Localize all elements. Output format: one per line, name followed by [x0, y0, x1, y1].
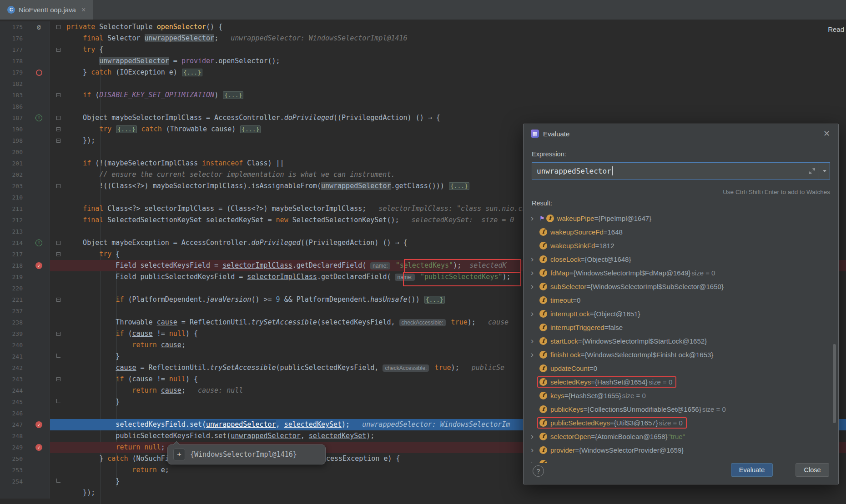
variable-row[interactable]: ›finterruptLock = {Object@1651} [527, 307, 834, 320]
variable-row[interactable]: ›fselectorOpen = {AtomicBoolean@1658} "t… [527, 429, 834, 443]
fold-marker[interactable] [56, 184, 60, 188]
evaluate-button[interactable]: Evaluate [731, 463, 773, 477]
expand-chevron-icon[interactable]: › [527, 348, 537, 361]
breakpoint-verified-icon[interactable]: ✓ [35, 444, 42, 451]
fold-marker[interactable] [56, 252, 60, 256]
line-number: 176 [0, 33, 28, 44]
variable-row[interactable]: ftimeout = 0 [527, 293, 834, 307]
variable-name: keys [550, 392, 564, 399]
code-line[interactable]: 182 [0, 78, 846, 90]
variable-row[interactable]: finterruptTriggered = false [527, 320, 834, 334]
expand-chevron-icon[interactable]: › [527, 252, 537, 266]
tab-close-icon[interactable]: × [81, 6, 86, 14]
fold-marker[interactable] [56, 93, 60, 97]
variable-content: fcloseLock = {Object@1648} [537, 254, 635, 265]
breakpoint-verified-icon[interactable]: ✓ [35, 262, 42, 269]
code-line[interactable]: 176 final Selector unwrappedSelector; un… [0, 33, 846, 44]
variable-row[interactable]: ›fcloseLock = {Object@1648} [527, 252, 834, 266]
expression-input[interactable]: unwrappedSelector [532, 162, 830, 180]
variable-row[interactable]: ›fsubSelector = {WindowsSelectorImpl$Sub… [527, 279, 834, 293]
expand-editor-icon[interactable] [805, 168, 819, 175]
expand-chevron-icon[interactable]: › [527, 457, 537, 463]
tree-scrollbar[interactable] [833, 344, 836, 423]
gutter-icon-cell [28, 101, 50, 112]
field-icon: f [539, 296, 547, 304]
breakpoint-muted-icon[interactable] [36, 70, 42, 76]
code-line[interactable]: 175@private SelectorTuple openSelector()… [0, 21, 846, 33]
variable-row[interactable]: ›⚑fwakeupPipe = {PipeImpl@1647} [527, 211, 834, 225]
editor-tab-bar: C NioEventLoop.java × [0, 0, 846, 20]
fold-marker[interactable] [56, 377, 60, 381]
fold-gutter [50, 101, 66, 112]
variable-row[interactable]: fwakeupSourceFd = 1648 [527, 225, 834, 239]
fold-marker[interactable] [56, 139, 60, 143]
variable-content: fwakeupSourceFd = 1648 [537, 226, 627, 238]
expand-chevron-icon[interactable]: › [527, 211, 537, 225]
variable-row[interactable]: fpublicSelectedKeys = {Util$3@1657} size… [527, 416, 834, 429]
breakpoint-verified-icon[interactable]: ✓ [35, 421, 42, 428]
fold-marker[interactable] [56, 116, 60, 120]
fold-marker[interactable] [56, 399, 60, 403]
expand-chevron-icon[interactable]: › [527, 443, 537, 457]
variable-row[interactable]: fselectedKeys = {HashSet@1654} size = 0 [527, 375, 834, 389]
variable-extra: size = 0 [622, 392, 646, 399]
variable-row[interactable]: ›fstartLock = {WindowsSelectorImpl$Start… [527, 334, 834, 348]
dialog-title: Evaluate [543, 130, 569, 138]
variable-row[interactable]: fpublicKeys = {Collections$UnmodifiableS… [527, 402, 834, 416]
code-line[interactable]: 177 try { [0, 44, 846, 55]
fold-marker[interactable] [56, 48, 60, 52]
field-icon: f [539, 310, 547, 318]
history-dropdown[interactable] [819, 163, 830, 179]
expand-chevron-icon[interactable]: › [527, 334, 537, 348]
equals-sign: = [594, 215, 598, 222]
expand-chevron-icon[interactable]: › [527, 429, 537, 443]
variable-row[interactable]: ›ffdMap = {WindowsSelectorImpl$FdMap@164… [527, 266, 834, 279]
variable-row[interactable]: ›f [527, 457, 834, 463]
code-line[interactable]: 179 } catch (IOException e) {...} [0, 67, 846, 78]
variable-content: fselectorOpen = {AtomicBoolean@1658} "tr… [537, 431, 689, 442]
fold-marker[interactable] [56, 332, 60, 336]
gutter-icon-cell [28, 385, 50, 396]
variable-name: closeLock [550, 255, 581, 263]
fold-marker[interactable] [56, 354, 60, 358]
fold-marker[interactable] [56, 127, 60, 131]
overrides-up-icon[interactable]: ↑ [35, 115, 42, 121]
variable-row[interactable]: fkeys = {HashSet@1655} size = 0 [527, 389, 834, 402]
line-number: 245 [0, 396, 28, 408]
variable-content: ffdMap = {WindowsSelectorImpl$FdMap@1649… [537, 267, 719, 279]
fold-marker[interactable] [56, 479, 60, 483]
variable-row[interactable]: ›ffinishLock = {WindowsSelectorImpl$Fini… [527, 348, 834, 361]
code-line[interactable]: 183 if (DISABLE_KEY_SET_OPTIMIZATION) {.… [0, 90, 846, 101]
tab-nioeventloop[interactable]: C NioEventLoop.java × [0, 0, 93, 20]
fold-gutter [50, 419, 66, 430]
line-number [0, 487, 28, 499]
code-line[interactable]: 187↑ Object maybeSelectorImplClass = Acc… [0, 112, 846, 124]
expand-chevron-icon[interactable]: › [527, 279, 537, 293]
field-icon: f [539, 283, 547, 290]
variable-row[interactable]: fupdateCount = 0 [527, 361, 834, 375]
variable-row[interactable]: fwakeupSinkFd = 1812 [527, 239, 834, 252]
code-line[interactable]: 178 unwrappedSelector = provider.openSel… [0, 55, 846, 67]
variable-row[interactable]: ›fprovider = {WindowsSelectorProvider@16… [527, 443, 834, 457]
result-tree: ›⚑fwakeupPipe = {PipeImpl@1647}fwakeupSo… [527, 209, 834, 463]
variable-content: fupdateCount = 0 [537, 363, 601, 374]
code-text [66, 78, 846, 90]
add-to-watches-button[interactable]: + [173, 449, 185, 460]
variable-extra: "true" [669, 433, 685, 440]
overrides-up-icon[interactable]: ↑ [35, 240, 42, 246]
expression-label: Expression: [532, 150, 566, 158]
fold-marker[interactable] [56, 25, 60, 29]
code-line[interactable]: }); [0, 487, 846, 499]
help-button[interactable]: ? [533, 465, 544, 477]
code-line[interactable]: 186 [0, 101, 846, 112]
expand-chevron-icon[interactable]: › [527, 307, 537, 320]
close-button[interactable]: Close [796, 463, 829, 477]
expand-chevron-icon[interactable]: › [527, 266, 537, 279]
fold-marker[interactable] [56, 241, 60, 245]
line-number: 186 [0, 101, 28, 112]
line-number: 246 [0, 408, 28, 419]
line-number: 202 [0, 169, 28, 180]
fold-marker[interactable] [56, 298, 60, 302]
annotation-gutter-icon[interactable]: @ [37, 21, 41, 33]
close-icon[interactable]: ✕ [823, 130, 830, 138]
